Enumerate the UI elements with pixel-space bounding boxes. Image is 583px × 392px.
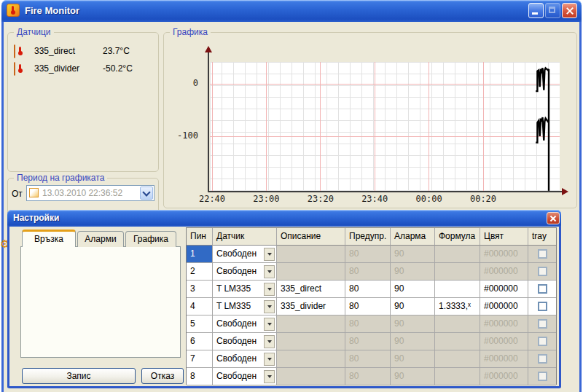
formula-cell[interactable]: 1.3333,ˣ bbox=[435, 298, 480, 315]
close-button[interactable] bbox=[562, 3, 577, 18]
minimize-button[interactable] bbox=[528, 3, 544, 18]
sensor-list-item[interactable]: 335_direct 23.7°C bbox=[14, 44, 154, 59]
triangle-down-icon bbox=[267, 270, 272, 273]
sensor-list-item[interactable]: 335_divider -50.2°C bbox=[14, 62, 154, 77]
description-cell[interactable]: 335_direct bbox=[277, 281, 345, 298]
formula-cell bbox=[435, 333, 480, 350]
dropdown-button[interactable] bbox=[264, 318, 275, 331]
description-cell bbox=[277, 315, 345, 333]
dropdown-button[interactable] bbox=[264, 370, 275, 383]
warning-cell[interactable]: 80 bbox=[345, 281, 391, 298]
x-axis-tick-label: 23:40 bbox=[359, 194, 391, 204]
warning-cell[interactable]: 80 bbox=[345, 298, 391, 315]
tab-graph[interactable]: Графика bbox=[125, 231, 176, 247]
x-axis-tick-label: 22:40 bbox=[196, 194, 228, 204]
column-header: tray bbox=[528, 228, 556, 246]
tray-checkbox[interactable] bbox=[538, 337, 547, 346]
dropdown-button[interactable] bbox=[264, 248, 275, 261]
tray-checkbox[interactable] bbox=[538, 354, 547, 364]
dialog-title: Настройки bbox=[13, 213, 59, 223]
date-from-picker[interactable]: 13.03.2010 22:36:52 bbox=[26, 185, 154, 201]
warning-cell: 80 bbox=[345, 333, 391, 350]
dropdown-button[interactable] bbox=[264, 335, 275, 348]
y-axis-labels: 0-100 bbox=[165, 62, 204, 191]
date-checkbox[interactable] bbox=[29, 188, 39, 197]
column-header: Аларма bbox=[391, 228, 435, 246]
tray-cell bbox=[528, 368, 556, 385]
sensor-name: 335_divider bbox=[34, 63, 79, 74]
chevron-down-icon bbox=[142, 188, 150, 196]
alarm-cell: 90 bbox=[391, 368, 435, 385]
alarm-cell[interactable]: 90 bbox=[391, 281, 435, 298]
tray-checkbox[interactable] bbox=[538, 319, 547, 329]
chart-trace bbox=[210, 62, 560, 191]
alarm-cell[interactable]: 90 bbox=[391, 298, 435, 315]
tray-checkbox[interactable] bbox=[538, 249, 547, 259]
dropdown-button[interactable] bbox=[264, 265, 275, 278]
date-dropdown-button[interactable] bbox=[140, 187, 153, 200]
sensor-value: 23.7°C bbox=[103, 46, 130, 56]
sensor-dropdown[interactable]: Свободен bbox=[213, 350, 277, 368]
column-header: Цвят bbox=[480, 228, 528, 246]
sensor-dropdown[interactable]: Свободен bbox=[213, 246, 277, 263]
color-cell: #000000 bbox=[480, 333, 528, 350]
main-window: Fire Monitor Датчици 335_direct 23.7°C 3… bbox=[0, 0, 583, 392]
window-border-right bbox=[579, 22, 582, 392]
pin-cell[interactable]: 5 bbox=[187, 315, 213, 333]
color-cell[interactable]: #000000 bbox=[480, 298, 528, 315]
table-row: 4 T LM335 335_divider 80 90 1.3333,ˣ #00… bbox=[187, 298, 556, 315]
pin-cell[interactable]: 3 bbox=[187, 281, 213, 298]
tab-alarms[interactable]: Аларми bbox=[77, 231, 124, 247]
color-cell: #000000 bbox=[480, 368, 528, 385]
settings-dialog: Настройки Връзка Аларми Графика IP Адрес… bbox=[7, 210, 561, 388]
sensor-dropdown[interactable]: Свободен bbox=[213, 315, 277, 333]
pin-cell[interactable]: 4 bbox=[187, 298, 213, 315]
window-border-left bbox=[1, 22, 4, 392]
sensor-dropdown[interactable]: T LM335 bbox=[213, 298, 277, 315]
pin-cell[interactable]: 1 bbox=[187, 246, 213, 263]
pin-cell[interactable]: 2 bbox=[187, 263, 213, 281]
description-cell bbox=[277, 350, 345, 368]
dropdown-button[interactable] bbox=[264, 300, 275, 313]
tray-cell bbox=[528, 315, 556, 333]
description-cell bbox=[277, 333, 345, 350]
pins-table: Пин Датчик Описание Предупр. Аларма Форм… bbox=[186, 227, 557, 385]
warning-cell: 80 bbox=[345, 368, 391, 385]
color-cell[interactable]: #000000 bbox=[480, 281, 528, 298]
tab-connection[interactable]: Връзка bbox=[22, 230, 76, 247]
description-cell bbox=[277, 368, 345, 385]
y-axis-tick-label: -100 bbox=[177, 130, 198, 141]
y-axis-line bbox=[208, 52, 209, 192]
tray-checkbox[interactable] bbox=[538, 302, 547, 311]
tray-checkbox[interactable] bbox=[538, 372, 547, 381]
column-header: Предупр. bbox=[345, 228, 391, 246]
period-group-title: Период на графиката bbox=[14, 173, 107, 183]
table-row: 5 Свободен 80 90 #000000 bbox=[187, 315, 556, 333]
pin-cell[interactable]: 6 bbox=[187, 333, 213, 350]
description-cell[interactable]: 335_divider bbox=[277, 298, 345, 315]
table-header-row: Пин Датчик Описание Предупр. Аларма Форм… bbox=[187, 228, 556, 246]
sensor-dropdown[interactable]: Свободен bbox=[213, 263, 277, 281]
column-header: Пин bbox=[187, 228, 213, 246]
color-cell: #000000 bbox=[480, 246, 528, 263]
pin-cell[interactable]: 8 bbox=[187, 368, 213, 385]
triangle-down-icon bbox=[267, 288, 272, 291]
y-axis-arrow-icon bbox=[205, 46, 212, 52]
dialog-title-bar: Настройки bbox=[7, 210, 561, 227]
tray-checkbox[interactable] bbox=[538, 284, 547, 294]
save-button[interactable]: Запис bbox=[22, 368, 136, 384]
column-header: Формула bbox=[435, 228, 480, 246]
alarm-cell: 90 bbox=[391, 315, 435, 333]
tray-cell bbox=[528, 298, 556, 315]
dropdown-button[interactable] bbox=[264, 353, 275, 366]
x-axis-labels: 22:4023:0023:2023:4000:0000:20 bbox=[210, 194, 574, 205]
formula-cell[interactable] bbox=[435, 281, 480, 298]
sensor-dropdown[interactable]: T LM335 bbox=[213, 281, 277, 298]
pin-cell[interactable]: 7 bbox=[187, 350, 213, 368]
sensor-dropdown[interactable]: Свободен bbox=[213, 368, 277, 385]
sensor-dropdown[interactable]: Свободен bbox=[213, 333, 277, 350]
dialog-close-button[interactable] bbox=[547, 212, 560, 224]
dropdown-button[interactable] bbox=[264, 283, 275, 296]
cancel-button[interactable]: Отказ bbox=[141, 368, 184, 384]
tray-checkbox[interactable] bbox=[538, 267, 547, 276]
